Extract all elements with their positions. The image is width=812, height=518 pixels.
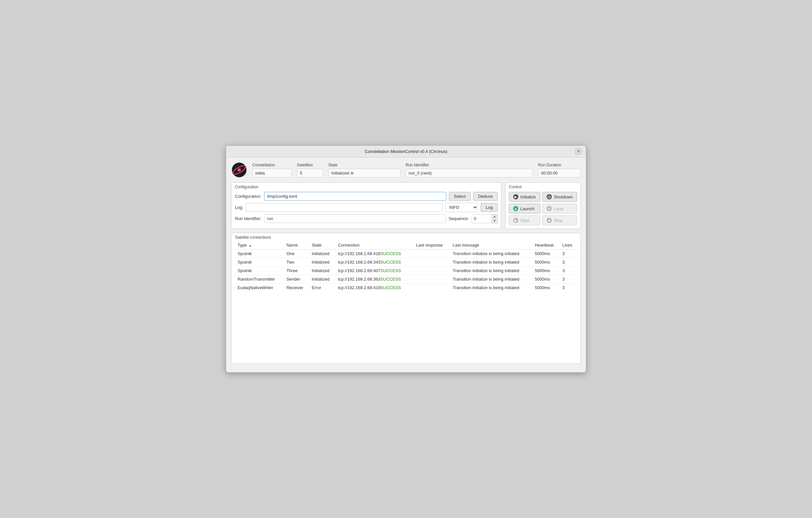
table-row: EudaqNativeWriter Receiver Error tcp://1… [235, 283, 577, 292]
cell-name: One [284, 249, 309, 258]
duration-field: Run Duration 00:00:00 [538, 163, 581, 178]
launch-icon: ▲ [513, 206, 518, 211]
conn-prefix: tcp://192.168.2.68:419 [338, 285, 380, 290]
stop-icon: ■ [547, 218, 552, 223]
conn-prefix: tcp://192.168.2.68:343 [338, 260, 380, 265]
cell-type: EudaqNativeWriter [235, 283, 284, 292]
cell-state: Initialized [309, 275, 335, 283]
log-label: Log: [235, 205, 243, 210]
table-row: Sputnik One Initialized tcp://192.168.2.… [235, 249, 577, 258]
satellites-field: Satellites 5 [297, 163, 323, 178]
cell-state: Error [309, 283, 335, 292]
sequence-label: Sequence: [448, 216, 469, 221]
constellation-field: Constellation edda [252, 163, 292, 178]
config-input[interactable] [264, 192, 446, 201]
header-fields: Constellation edda Satellites 5 State In… [252, 163, 581, 178]
stop-button: ■ Stop [542, 215, 577, 225]
conn-prefix: tcp://192.168.2.68:418 [338, 251, 380, 256]
conn-suffix: SUCCESS [380, 260, 401, 265]
shutdown-icon: ⏻ [547, 194, 552, 200]
col-heartbeat[interactable]: Heartbeat [532, 241, 560, 249]
cell-lives: 3 [560, 249, 577, 258]
table-row: Sputnik Two Initialized tcp://192.168.2.… [235, 258, 577, 267]
launch-button[interactable]: ▲ Launch [509, 204, 540, 213]
cell-lives: 3 [560, 267, 577, 275]
cell-last-response [413, 275, 450, 283]
svg-point-3 [238, 169, 240, 171]
control-section: Control ▶ Initialize ⏻ Shutdown [505, 182, 581, 229]
sequence-up-arrow[interactable]: ▲ [492, 214, 497, 219]
conn-suffix: SUCCESS [380, 277, 401, 282]
satellite-table-body: Sputnik One Initialized tcp://192.168.2.… [235, 249, 577, 292]
table-header-row: Type ▲ Name State Connection Last respon… [235, 241, 577, 249]
cell-name: Three [284, 267, 309, 275]
control-title: Control [505, 183, 580, 189]
initialize-button[interactable]: ▶ Initialize [509, 192, 540, 202]
col-last-message[interactable]: Last message [450, 241, 532, 249]
sequence-input[interactable] [472, 214, 492, 223]
col-last-response[interactable]: Last response [413, 241, 450, 249]
sequence-down-arrow[interactable]: ▼ [492, 219, 497, 223]
run-id-label: Run Identifier [406, 163, 533, 167]
window-title: Constellation MissionControl v0.4 (Circi… [365, 149, 447, 154]
header-row: Constellation edda Satellites 5 State In… [231, 162, 581, 178]
cell-last-response [413, 283, 450, 292]
land-label: Land [554, 206, 563, 211]
satellites-label: Satellites [297, 163, 323, 167]
cell-type: RandomTransmitter [235, 275, 284, 283]
col-lives[interactable]: Lives [560, 241, 577, 249]
log-level-select[interactable]: INFO DEBUG WARN ERROR [445, 203, 478, 212]
log-button[interactable]: Log [481, 203, 498, 212]
satellite-connections-section: Satellite connections Type ▲ Name State … [231, 233, 581, 364]
sequence-arrows: ▲ ▼ [492, 214, 497, 223]
shutdown-button[interactable]: ⏻ Shutdown [542, 192, 577, 202]
cell-last-message: Transition initialize is being initiated [450, 249, 532, 258]
configuration-section: Configuration Configuration: Select Dedu… [231, 182, 501, 229]
start-icon: ▶ [513, 218, 518, 223]
config-row: Configuration: Select Deduce [235, 192, 498, 201]
cell-name: Receiver [284, 283, 309, 292]
log-input[interactable] [246, 203, 443, 212]
duration-label: Run Duration [538, 163, 581, 167]
col-connection[interactable]: Connection [335, 241, 413, 249]
cell-heartbeat: 5000ms [532, 275, 560, 283]
cell-heartbeat: 5000ms [532, 283, 560, 292]
cell-state: Initialized [309, 249, 335, 258]
cell-last-message: Transition initialize is being initiated [450, 275, 532, 283]
cell-lives: 3 [560, 258, 577, 267]
table-row: RandomTransmitter Sender Initialized tcp… [235, 275, 577, 283]
run-id-field: Run Identifier run_0 (next) [406, 163, 533, 178]
control-grid: ▶ Initialize ⏻ Shutdown ▲ Launch [509, 192, 577, 225]
log-row: Log: INFO DEBUG WARN ERROR Log [235, 203, 498, 212]
launch-label: Launch [520, 206, 534, 211]
conn-suffix: SUCCESS [380, 268, 401, 273]
select-button[interactable]: Select [449, 192, 470, 201]
close-button[interactable]: ✕ [575, 149, 581, 155]
cell-heartbeat: 5000ms [532, 258, 560, 267]
start-label: Start [520, 218, 529, 223]
conn-prefix: tcp://192.168.2.68:363 [338, 277, 380, 282]
cell-last-response [413, 249, 450, 258]
col-name[interactable]: Name [284, 241, 309, 249]
title-bar: Constellation MissionControl v0.4 (Circi… [226, 146, 586, 157]
duration-value: 00:00:00 [538, 169, 581, 178]
cell-last-message: Transition initialize is being initiated [450, 267, 532, 275]
run-identifier-input[interactable] [264, 214, 446, 223]
satellite-table: Type ▲ Name State Connection Last respon… [235, 241, 577, 292]
cell-name: Two [284, 258, 309, 267]
configuration-body: Configuration: Select Deduce Log: INFO D… [232, 189, 501, 226]
satellite-connections-body: Type ▲ Name State Connection Last respon… [232, 240, 580, 295]
initialize-label: Initialize [520, 194, 536, 200]
sort-arrow-type: ▲ [249, 244, 252, 247]
cell-last-response [413, 267, 450, 275]
conn-suffix: SUCCESS [380, 285, 401, 290]
conn-suffix: SUCCESS [380, 251, 401, 256]
deduce-button[interactable]: Deduce [473, 192, 498, 201]
cell-state: Initialized [309, 267, 335, 275]
table-row: Sputnik Three Initialized tcp://192.168.… [235, 267, 577, 275]
constellation-label: Constellation [252, 163, 292, 167]
col-type[interactable]: Type ▲ [235, 241, 284, 249]
col-state[interactable]: State [309, 241, 335, 249]
cell-connection: tcp://192.168.2.68:407SUCCESS [335, 267, 413, 275]
cell-last-message: Transition initialize is being initiated [450, 258, 532, 267]
